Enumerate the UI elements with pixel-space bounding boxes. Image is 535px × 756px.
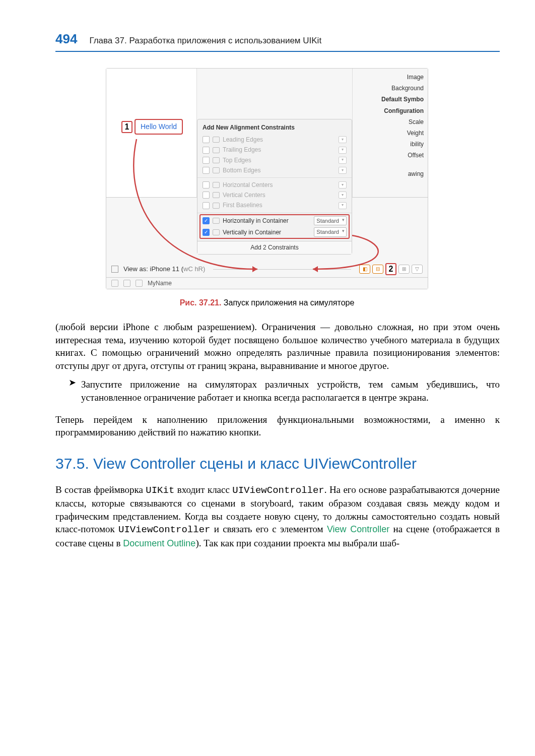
project-name: MyName: [148, 279, 172, 287]
bullet-text: Запустите приложение на симуляторах разл…: [81, 378, 500, 404]
standard-dropdown[interactable]: Standard: [314, 216, 347, 226]
add-constraints-button[interactable]: Add 2 Constraints: [197, 241, 352, 254]
paragraph-1: (любой версии iPhone с любым разрешением…: [55, 321, 500, 372]
align-icon: [213, 229, 220, 235]
dropdown-icon[interactable]: ▾: [339, 147, 347, 154]
align-icon: [213, 137, 220, 143]
pin-icon[interactable]: ⊞: [398, 265, 410, 274]
chapter-title: Глава 37. Разработка приложения с исполь…: [89, 35, 321, 47]
alignment-constraints-popover: Add New Alignment Constraints Leading Ed…: [197, 119, 352, 255]
checkbox-icon[interactable]: [203, 157, 210, 164]
dropdown-icon[interactable]: ▾: [339, 202, 347, 209]
project-bottom-bar: MyName: [106, 277, 428, 289]
dropdown-icon[interactable]: ▾: [339, 136, 347, 143]
checkbox-icon[interactable]: [203, 136, 210, 143]
popover-title: Add New Alignment Constraints: [203, 123, 347, 132]
term-document-outline: Document Outline: [123, 538, 195, 548]
constraint-horizontal-centers[interactable]: Horizontal Centers ▾: [203, 180, 347, 190]
view-as-label[interactable]: View as: iPhone 11 (wC hR): [123, 265, 205, 274]
prop-offset: Offset: [355, 150, 424, 161]
doc-icon[interactable]: [136, 280, 143, 287]
constraint-horizontally-in-container[interactable]: ✓ Horizontally in Container Standard: [203, 215, 347, 227]
callout-1: 1: [121, 121, 132, 133]
figure-caption: Рис. 37.21. Запуск приложения на симулят…: [106, 297, 428, 308]
align-icon: [213, 167, 220, 173]
code-uikit: UIKit: [146, 485, 174, 496]
dropdown-icon[interactable]: ▾: [339, 181, 347, 188]
dropdown-icon[interactable]: ▾: [339, 192, 347, 199]
interface-builder-panel: 1 Hello World Add New Alignment Constrai…: [106, 68, 428, 289]
prop-configuration: Configuration: [355, 105, 424, 116]
grid-icon[interactable]: [123, 280, 130, 287]
paragraph-2: Теперь перейдем к наполнению приложения …: [55, 413, 500, 439]
storyboard-canvas[interactable]: 1 Hello World: [106, 69, 197, 197]
constraint-bottom-edges[interactable]: Bottom Edges ▾: [203, 165, 347, 175]
inspector-sidebar: Image Background Default Symbo Configura…: [352, 69, 428, 197]
checkbox-checked-icon[interactable]: ✓: [203, 217, 210, 224]
panel-toggle-icon[interactable]: [111, 266, 118, 273]
figure-caption-text: Запуск приложения на симуляторе: [224, 298, 355, 307]
dropdown-icon[interactable]: ▾: [339, 167, 347, 174]
bullet-item: ➤ Запустите приложение на симуляторах ра…: [69, 378, 500, 404]
constraint-vertically-in-container[interactable]: ✓ Vertically in Container Standard: [203, 226, 347, 238]
stack-icon[interactable]: ◧: [359, 265, 370, 274]
constraint-leading-edges[interactable]: Leading Edges ▾: [203, 135, 347, 145]
dropdown-icon[interactable]: ▾: [339, 157, 347, 164]
checkbox-icon[interactable]: [203, 192, 210, 199]
page-header: 494 Глава 37. Разработка приложения с ис…: [55, 30, 500, 52]
align-icon: [213, 203, 220, 209]
align-icon: [213, 192, 220, 198]
checkbox-icon[interactable]: [203, 202, 210, 209]
prop-image: Image: [355, 72, 424, 83]
align-icon[interactable]: ⊟: [372, 265, 383, 274]
bullet-arrow-icon: ➤: [69, 378, 76, 404]
align-icon: [213, 147, 220, 153]
code-uiviewcontroller-2: UIViewController: [118, 524, 210, 535]
checkbox-icon[interactable]: [203, 167, 210, 174]
checkbox-checked-icon[interactable]: ✓: [203, 229, 210, 236]
prop-background: Background: [355, 83, 424, 94]
align-icon: [213, 218, 220, 224]
constraint-top-edges[interactable]: Top Edges ▾: [203, 155, 347, 165]
align-icon: [213, 157, 220, 163]
align-icon: [213, 182, 220, 188]
hello-world-button[interactable]: Hello World: [135, 119, 183, 135]
prop-weight: Veight: [355, 128, 424, 139]
figure-37-21: 1 Hello World Add New Alignment Constrai…: [106, 68, 428, 308]
checkbox-icon[interactable]: [203, 147, 210, 154]
constraint-vertical-centers[interactable]: Vertical Centers ▾: [203, 190, 347, 200]
paragraph-3: В состав фреймворка UIKit входит класс U…: [55, 483, 500, 550]
standard-dropdown[interactable]: Standard: [314, 227, 347, 237]
callout-2: 2: [385, 263, 396, 275]
resolve-icon[interactable]: ▽: [412, 265, 423, 274]
page-number: 494: [55, 30, 77, 48]
prop-default-symbol: Default Symbo: [355, 94, 424, 105]
checkbox-icon[interactable]: [203, 181, 210, 188]
constraint-first-baselines[interactable]: First Baselines ▾: [203, 200, 347, 210]
prop-awing: awing: [355, 168, 424, 179]
term-view-controller: View Controller: [327, 524, 389, 534]
prop-scale: Scale: [355, 116, 424, 128]
figure-number: Рис. 37.21.: [180, 298, 222, 307]
constraint-trailing-edges[interactable]: Trailing Edges ▾: [203, 145, 347, 155]
section-37-5-title: 37.5. View Controller сцены и класс UIVi…: [55, 454, 500, 473]
code-uiviewcontroller: UIViewController: [232, 485, 324, 496]
outline-icon[interactable]: [111, 280, 118, 287]
prop-ibility: ibility: [355, 139, 424, 150]
